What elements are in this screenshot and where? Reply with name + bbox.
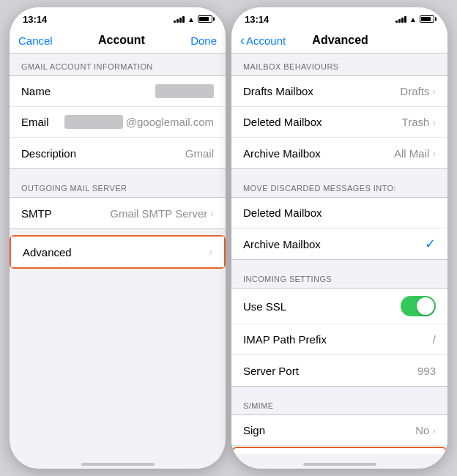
deleted-discard-item[interactable]: Deleted Mailbox <box>231 198 447 228</box>
archive-mailbox-value: All Mail › <box>394 147 436 160</box>
battery-icon <box>198 15 212 23</box>
archive-chevron-icon: › <box>432 147 436 159</box>
sign-label: Sign <box>243 424 265 436</box>
sign-value: No › <box>415 424 436 436</box>
account-title: Account <box>98 34 145 47</box>
smtp-value: Gmail SMTP Server › <box>110 207 214 220</box>
phone-advanced: 13:14 ▲ ‹ Account Advanced <box>231 7 447 469</box>
signal-icon-2 <box>395 15 406 23</box>
account-scroll: GMAIL ACCOUNT INFORMATION Name Email @go… <box>10 53 226 454</box>
gmail-info-group: Name Email @googlemail.com Description G… <box>10 75 226 169</box>
name-label: Name <box>21 85 51 97</box>
smtp-chevron-icon: › <box>210 207 214 219</box>
deleted-mailbox-label: Deleted Mailbox <box>243 116 322 128</box>
cancel-button[interactable]: Cancel <box>18 34 53 47</box>
archive-check-icon: ✓ <box>425 236 436 252</box>
smtp-item[interactable]: SMTP Gmail SMTP Server › <box>10 198 226 228</box>
description-label: Description <box>21 147 76 160</box>
encrypt-item[interactable]: Encrypt by Default No › <box>232 447 447 454</box>
email-value: @googlemail.com <box>64 115 214 129</box>
port-value: 993 <box>417 365 436 377</box>
drafts-value: Drafts › <box>400 85 436 97</box>
port-label: Server Port <box>243 365 299 377</box>
deleted-mailbox-item[interactable]: Deleted Mailbox Trash › <box>231 107 447 138</box>
sign-item[interactable]: Sign No › <box>231 415 447 446</box>
list-item: Name <box>10 76 226 107</box>
back-button[interactable]: ‹ Account <box>240 34 286 47</box>
drafts-item[interactable]: Drafts Mailbox Drafts › <box>231 76 447 107</box>
drafts-label: Drafts Mailbox <box>243 85 313 97</box>
advanced-group: Advanced › <box>10 235 226 269</box>
advanced-label: Advanced <box>23 246 72 259</box>
status-bar-1: 13:14 ▲ <box>10 7 226 29</box>
email-label: Email <box>21 116 49 128</box>
smtp-label: SMTP <box>21 207 52 220</box>
wifi-icon: ▲ <box>187 15 195 23</box>
phone-account: 13:14 ▲ Cancel Account Done G <box>10 7 226 469</box>
port-item: Server Port 993 <box>231 355 447 386</box>
done-button[interactable]: Done <box>190 34 217 47</box>
advanced-title: Advanced <box>312 34 368 47</box>
deleted-chevron-icon: › <box>432 116 436 128</box>
home-bar <box>81 463 155 466</box>
archive-mailbox-label: Archive Mailbox <box>243 147 321 160</box>
status-icons-2: ▲ <box>395 15 434 23</box>
move-discarded-label: MOVE DISCARDED MESSAGES INTO: <box>231 175 447 197</box>
email-prefix-blur <box>64 115 123 129</box>
outgoing-group: SMTP Gmail SMTP Server › <box>10 197 226 229</box>
archive-mailbox-item[interactable]: Archive Mailbox All Mail › <box>231 138 447 168</box>
smime-label: S/MIME <box>231 393 447 414</box>
nav-bar-account: Cancel Account Done <box>10 29 226 53</box>
home-indicator-1 <box>10 454 226 469</box>
outgoing-section-label: OUTGOING MAIL SERVER <box>10 175 226 197</box>
smime-group: Sign No › Encrypt by Default No › <box>231 414 447 454</box>
deleted-discard-label: Deleted Mailbox <box>243 207 322 219</box>
list-item: Email @googlemail.com <box>10 107 226 138</box>
mailbox-behaviours-group: Drafts Mailbox Drafts › Deleted Mailbox … <box>231 75 447 169</box>
list-item: Description Gmail <box>10 138 226 168</box>
name-value <box>155 84 214 98</box>
imap-label: IMAP Path Prefix <box>243 333 327 346</box>
nav-bar-advanced: ‹ Account Advanced <box>231 29 447 53</box>
deleted-mailbox-value: Trash › <box>402 116 436 128</box>
drafts-chevron-icon: › <box>432 86 436 97</box>
ssl-item: Use SSL <box>231 289 447 324</box>
advanced-chevron-icon: › <box>209 246 212 258</box>
mailbox-behaviours-label: MAILBOX BEHAVIOURS <box>231 53 447 75</box>
move-discarded-group: Deleted Mailbox Archive Mailbox ✓ <box>231 197 447 260</box>
back-chevron-icon: ‹ <box>240 34 245 47</box>
advanced-item[interactable]: Advanced › <box>11 237 224 267</box>
time-1: 13:14 <box>23 14 47 25</box>
time-2: 13:14 <box>245 14 269 25</box>
advanced-scroll: MAILBOX BEHAVIOURS Drafts Mailbox Drafts… <box>231 53 447 454</box>
back-label: Account <box>246 34 286 47</box>
status-bar-2: 13:14 ▲ <box>231 7 447 29</box>
signal-icon <box>174 15 185 23</box>
imap-value: / <box>433 333 436 346</box>
status-icons-1: ▲ <box>174 15 212 23</box>
sign-chevron-icon: › <box>432 425 436 436</box>
ssl-label: Use SSL <box>243 300 286 313</box>
home-bar-2 <box>303 463 376 466</box>
incoming-settings-label: INCOMING SETTINGS <box>231 266 447 288</box>
archive-discard-item[interactable]: Archive Mailbox ✓ <box>231 228 447 259</box>
description-value: Gmail <box>185 147 214 160</box>
wifi-icon-2: ▲ <box>409 15 417 23</box>
advanced-chevron: › <box>209 246 212 258</box>
imap-item[interactable]: IMAP Path Prefix / <box>231 324 447 355</box>
gmail-section-label: GMAIL ACCOUNT INFORMATION <box>10 53 226 75</box>
home-indicator-2 <box>231 454 447 469</box>
incoming-settings-group: Use SSL IMAP Path Prefix / Server Port 9… <box>231 288 447 387</box>
ssl-toggle[interactable] <box>401 296 436 316</box>
archive-discard-label: Archive Mailbox <box>243 238 321 250</box>
battery-icon-2 <box>420 15 434 23</box>
